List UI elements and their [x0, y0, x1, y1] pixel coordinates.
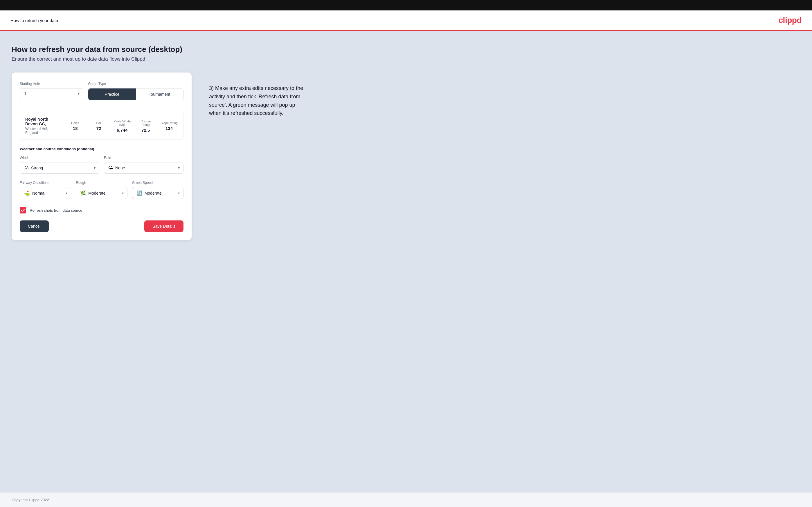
- content-row: Starting Hole 1 ▾ Game Type Practice Tou…: [12, 72, 800, 240]
- header-title: How to refresh your data: [10, 18, 58, 23]
- wind-icon: 🌬: [24, 165, 29, 171]
- green-speed-input[interactable]: Moderate: [145, 191, 179, 195]
- rain-section: Rain 🌤 None ▾: [104, 156, 184, 174]
- holes-value: 18: [66, 126, 84, 131]
- button-row: Cancel Save Details: [20, 220, 184, 232]
- clippd-logo: clippd: [779, 16, 802, 25]
- rough-icon: 🌿: [80, 190, 86, 196]
- conditions-grid-top: Wind 🌬 Strong ▾ Rain 🌤 None: [20, 156, 184, 174]
- green-speed-icon: 🔄: [137, 190, 142, 196]
- fairway-icon: ⛳: [24, 190, 30, 196]
- green-speed-section: Green Speed 🔄 Moderate ▾: [132, 181, 184, 199]
- course-name-main: Royal North Devon GC,: [25, 117, 61, 126]
- green-speed-select[interactable]: 🔄 Moderate ▾: [132, 187, 184, 199]
- holes-stat: Holes 18: [66, 121, 84, 131]
- cancel-button[interactable]: Cancel: [20, 220, 49, 232]
- fairway-select[interactable]: ⛳ Normal ▾: [20, 187, 71, 199]
- practice-button[interactable]: Practice: [88, 89, 136, 100]
- top-bar: [0, 0, 812, 10]
- footer: Copyright Clippd 2022: [0, 492, 812, 507]
- wind-label: Wind: [20, 156, 99, 160]
- yards-label: Yards/White (M)): [113, 119, 131, 126]
- rain-icon: 🌤: [108, 165, 113, 171]
- slope-rating-stat: Slope rating 134: [160, 121, 178, 131]
- conditions-grid-bottom: Fairway Conditions ⛳ Normal ▾ Rough 🌿: [20, 181, 184, 199]
- starting-hole-label: Starting Hole: [20, 82, 83, 86]
- yards-value: 6,744: [113, 128, 131, 132]
- rough-section: Rough 🌿 Moderate ▾: [76, 181, 127, 199]
- rough-label: Rough: [76, 181, 127, 185]
- rain-label: Rain: [104, 156, 184, 160]
- top-input-row: Starting Hole 1 ▾ Game Type Practice Tou…: [20, 82, 184, 107]
- wind-select[interactable]: 🌬 Strong ▾: [20, 162, 99, 174]
- starting-hole-select[interactable]: 1 ▾: [20, 88, 83, 99]
- slope-rating-value: 134: [160, 126, 178, 131]
- main-content: How to refresh your data from source (de…: [0, 31, 812, 492]
- tournament-button[interactable]: Tournament: [136, 89, 183, 100]
- course-location: Westward Ho!, England: [25, 127, 61, 135]
- course-name-block: Royal North Devon GC, Westward Ho!, Engl…: [25, 117, 61, 135]
- wind-input[interactable]: Strong: [31, 166, 95, 170]
- starting-hole-input[interactable]: 1: [24, 91, 79, 96]
- course-info-box: Royal North Devon GC, Westward Ho!, Engl…: [20, 112, 184, 140]
- yards-stat: Yards/White (M)) 6,744: [113, 119, 131, 132]
- starting-hole-section: Starting Hole 1 ▾: [20, 82, 83, 100]
- fairway-input[interactable]: Normal: [32, 191, 67, 195]
- par-value: 72: [90, 126, 108, 131]
- rough-input[interactable]: Moderate: [88, 191, 123, 195]
- par-label: Par: [90, 121, 108, 125]
- checkmark-icon: [21, 208, 25, 212]
- par-stat: Par 72: [90, 121, 108, 131]
- fairway-label: Fairway Conditions: [20, 181, 71, 185]
- save-button[interactable]: Save Details: [144, 220, 184, 232]
- holes-label: Holes: [66, 121, 84, 125]
- form-card: Starting Hole 1 ▾ Game Type Practice Tou…: [12, 72, 192, 240]
- copyright-text: Copyright Clippd 2022: [12, 498, 49, 502]
- info-text-block: 3) Make any extra edits necessary to the…: [209, 84, 308, 117]
- header: How to refresh your data clippd: [0, 10, 812, 31]
- course-rating-stat: Course rating 72.5: [137, 119, 154, 132]
- info-text: 3) Make any extra edits necessary to the…: [209, 84, 308, 117]
- course-rating-label: Course rating: [137, 119, 154, 126]
- green-speed-label: Green Speed: [132, 181, 184, 185]
- conditions-title: Weather and course conditions (optional): [20, 147, 184, 151]
- page-heading: How to refresh your data from source (de…: [12, 45, 800, 54]
- refresh-checkbox-label: Refresh shots from data source: [30, 208, 82, 213]
- rain-input[interactable]: None: [115, 166, 179, 170]
- game-type-toggle: Practice Tournament: [88, 88, 184, 100]
- slope-rating-label: Slope rating: [160, 121, 178, 125]
- game-type-section: Game Type Practice Tournament: [88, 82, 184, 100]
- page-subheading: Ensure the correct and most up to date d…: [12, 56, 800, 62]
- refresh-checkbox[interactable]: [20, 207, 26, 214]
- wind-section: Wind 🌬 Strong ▾: [20, 156, 99, 174]
- game-type-label: Game Type: [88, 82, 184, 86]
- course-rating-value: 72.5: [137, 128, 154, 132]
- fairway-section: Fairway Conditions ⛳ Normal ▾: [20, 181, 71, 199]
- refresh-checkbox-row: Refresh shots from data source: [20, 207, 184, 214]
- rough-select[interactable]: 🌿 Moderate ▾: [76, 187, 127, 199]
- rain-select[interactable]: 🌤 None ▾: [104, 162, 184, 174]
